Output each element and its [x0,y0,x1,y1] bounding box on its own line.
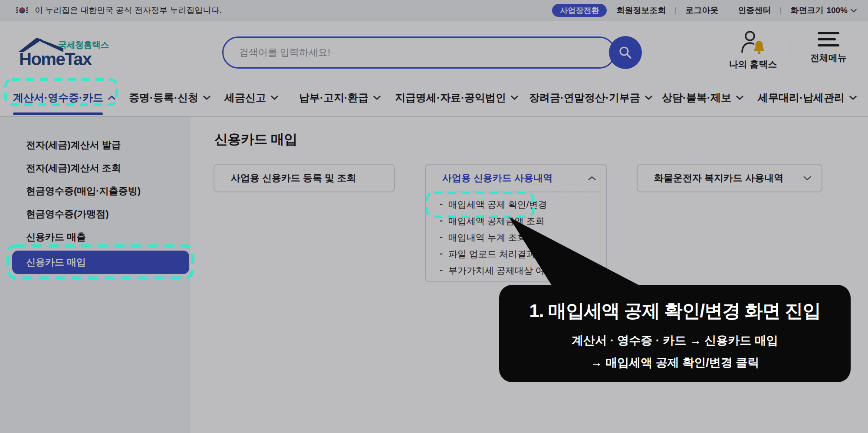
nav-item-label: 계산서·영수증·카드 [13,91,103,105]
card-freight-welfare-card-usage[interactable]: 화물운전자 복지카드 사용내역 [637,164,822,192]
nav-item-label: 장려금·연말정산·기부금 [529,91,640,105]
my-hometax-button[interactable]: 나의 홈택스 [725,30,781,70]
callout-step-action: → 매입세액 공제 확인/변경 클릭 [499,355,851,370]
chevron-up-icon [588,176,596,181]
menu-item-label: 매입내역 누계 조회 [448,231,526,244]
sidebar-item-credit-card-sales[interactable]: 신용카드 매출 [26,228,86,247]
page-title: 신용카드 매입 [214,130,297,149]
nav-item-label: 세금신고 [224,91,266,105]
divider [790,39,790,62]
nav-item-statements[interactable]: 지급명세·자료·공익법인 [395,80,518,115]
nav-item-label: 지급명세·자료·공익법인 [395,91,506,105]
hamburger-menu-icon [818,32,839,46]
chevron-up-icon [108,96,115,100]
sidebar-item-label: 신용카드 매출 [26,231,86,244]
callout-title: 1. 매입세액 공제 확인/변경 화면 진입 [499,299,851,323]
menu-item-label: 매입세액 공제 확인/변경 [448,198,547,211]
sidebar-item-label: 전자(세금)계산서 발급 [26,139,121,152]
site-header: HomeTax 국세청홈택스 나의 홈택스 [0,21,868,80]
card-label: 사업용 신용카드 사용내역 [442,172,552,185]
menu-item-label: 매입세액 공제금액 조회 [448,215,545,227]
search-input[interactable] [239,39,569,66]
active-nav-underline [13,112,103,115]
sidebar-menu: 전자(세금)계산서 발급 전자(세금)계산서 조회 현금영수증(매입·지출증빙)… [0,117,190,433]
chevron-down-icon [849,96,857,100]
nav-item-certificates[interactable]: 증명·등록·신청 [129,80,210,115]
callout-step-path: 계산서 · 영수증 · 카드 → 신용카드 매입 [499,333,851,348]
search-icon [618,45,633,60]
sidebar-item-label: 전자(세금)계산서 조회 [26,162,121,175]
nav-item-tax-agent[interactable]: 세무대리·납세관리 [758,80,857,115]
nav-item-label: 세무대리·납세관리 [758,91,845,105]
sidebar-item-cash-receipt-purchase[interactable]: 현금영수증(매입·지출증빙) [26,182,141,201]
menu-item-deduction-confirm-change[interactable]: 매입세액 공제 확인/변경 [440,196,598,213]
nav-item-label: 상담·불복·제보 [662,91,731,105]
sidebar-item-etax-invoice-issue[interactable]: 전자(세금)계산서 발급 [26,136,121,155]
chevron-down-icon [645,96,652,100]
nav-item-tax-return[interactable]: 세금신고 [224,80,278,115]
korea-government-flag-icon [16,4,29,17]
search-button[interactable] [609,36,642,69]
logo-korean-name: 국세청홈택스 [58,39,109,51]
nav-item-label: 납부·고지·환급 [299,91,368,105]
card-business-card-usage: 사업용 신용카드 사용내역 매입세액 공제 확인/변경 매입세액 공제금액 조회… [425,164,607,282]
card-usage-header[interactable]: 사업용 신용카드 사용내역 [426,165,606,192]
menu-item-purchase-total-inquiry[interactable]: 매입내역 누계 조회 [440,229,598,246]
screen-size-value: 100% [826,6,848,15]
sidebar-item-label: 현금영수증(매입·지출증빙) [26,185,141,198]
member-info-link[interactable]: 회원정보조회 [607,5,675,16]
chevron-down-icon [851,9,857,13]
auth-center-link[interactable]: 인증센터 [728,5,780,16]
chevron-down-icon [271,96,278,100]
sidebar-item-cash-receipt-merchant[interactable]: 현금영수증(가맹점) [26,205,109,224]
nav-item-payment-refund[interactable]: 납부·고지·환급 [299,80,381,115]
search-bar [222,36,615,69]
menu-item-vat-deduction-eligibility[interactable]: 부가가치세 공제대상 여부 조회 [440,262,598,279]
top-utility-bar: 이 누리집은 대한민국 공식 전자정부 누리집입니다. 사업장전환 회원정보조회… [0,0,868,21]
chevron-down-icon [373,96,381,100]
chevron-down-icon [803,176,811,181]
logo-wordmark: HomeTax [19,50,92,69]
card-usage-menu: 매입세액 공제 확인/변경 매입세액 공제금액 조회 매입내역 누계 조회 파일… [426,192,606,279]
chevron-down-icon [736,96,743,100]
hometax-logo[interactable]: HomeTax 국세청홈택스 [18,29,122,72]
business-switch-badge[interactable]: 사업장전환 [552,4,607,17]
menu-item-file-upload-result[interactable]: 파일 업로드 처리결과 조회 [440,246,598,262]
sidebar-item-label: 현금영수증(가맹점) [26,208,109,221]
menu-item-label: 파일 업로드 처리결과 조회 [448,248,556,260]
screen-size-control[interactable]: 화면크기 100% [781,5,857,16]
logout-link[interactable]: 로그아웃 [676,5,728,16]
header-quick-menu: 나의 홈택스 전체메뉴 [725,30,855,73]
chevron-down-icon [203,96,210,100]
card-label: 화물운전자 복지카드 사용내역 [654,172,783,185]
sidebar-item-label: 신용카드 매입 [26,256,86,269]
chevron-down-icon [511,96,518,100]
top-bar-links: 사업장전환 회원정보조회 로그아웃 인증센터 화면크기 100% [552,4,857,17]
full-menu-button[interactable]: 전체메뉴 [805,32,852,64]
nav-item-label: 증명·등록·신청 [129,91,198,105]
tutorial-callout: 1. 매입세액 공제 확인/변경 화면 진입 계산서 · 영수증 · 카드 → … [499,285,851,382]
nav-item-invoice-receipt-card[interactable]: 계산서·영수증·카드 [13,80,115,115]
card-label: 사업용 신용카드 등록 및 조회 [231,172,356,185]
card-business-card-register[interactable]: 사업용 신용카드 등록 및 조회 [214,164,395,192]
nav-item-consultation[interactable]: 상담·불복·제보 [662,80,743,115]
screen-size-label: 화면크기 [790,5,823,16]
hometax-page: 이 누리집은 대한민국 공식 전자정부 누리집입니다. 사업장전환 회원정보조회… [0,0,868,433]
sidebar-item-etax-invoice-inquiry[interactable]: 전자(세금)계산서 조회 [26,159,121,178]
menu-item-deduction-amount-inquiry[interactable]: 매입세액 공제금액 조회 [440,213,598,229]
primary-nav: 계산서·영수증·카드 증명·등록·신청 세금신고 납부·고지·환급 지급명세·자… [0,80,868,117]
my-hometax-label: 나의 홈택스 [725,58,781,70]
menu-item-label: 부가가치세 공제대상 여부 조회 [448,264,575,277]
user-bell-icon [740,30,766,56]
nav-item-incentives[interactable]: 장려금·연말정산·기부금 [529,80,652,115]
official-site-notice: 이 누리집은 대한민국 공식 전자정부 누리집입니다. [35,5,222,16]
full-menu-label: 전체메뉴 [805,52,852,64]
sidebar-item-credit-card-purchase[interactable]: 신용카드 매입 [12,251,189,274]
